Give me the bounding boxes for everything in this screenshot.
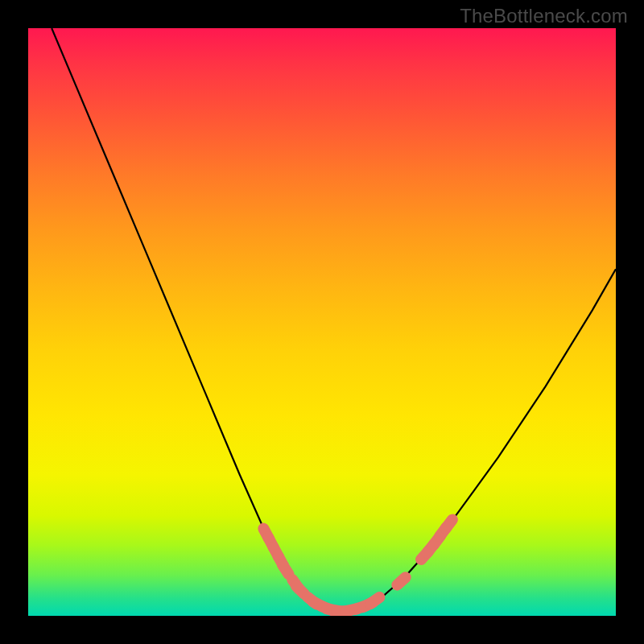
bottleneck-curve <box>52 28 616 611</box>
marker-dot <box>283 564 289 574</box>
marker-dot <box>370 597 379 604</box>
marker-dot <box>296 586 304 594</box>
marker-group <box>263 520 452 612</box>
plot-area <box>28 28 616 616</box>
watermark-text: TheBottleneck.com <box>460 5 628 27</box>
marker-dot <box>397 577 405 584</box>
marker-dot <box>445 520 452 529</box>
bottleneck-curve-svg <box>28 28 616 616</box>
